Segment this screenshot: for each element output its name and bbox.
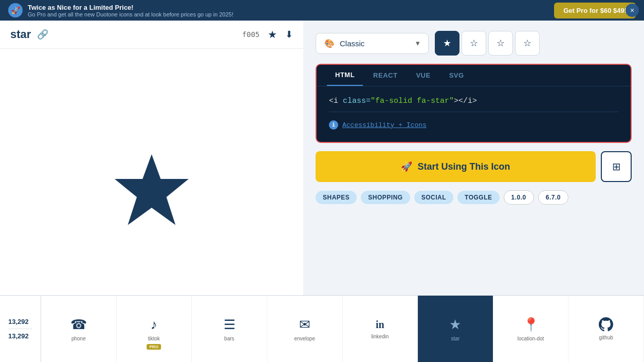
grid-counter: 13,292 13,292: [0, 296, 41, 362]
grid-icon-phone[interactable]: ☎ phone: [41, 296, 117, 362]
counter-divider: [8, 329, 32, 329]
banner-promo-icon: 🚀: [8, 3, 23, 17]
tab-react[interactable]: REACT: [365, 65, 406, 86]
bookmark-star-button[interactable]: ★: [268, 28, 277, 41]
code-attr-class: class=: [343, 97, 371, 105]
code-open-tag: <i: [329, 97, 343, 105]
envelope-icon: ✉: [299, 317, 310, 333]
counter-bottom: 13,292: [8, 332, 32, 340]
linkedin-icon: in: [376, 319, 384, 331]
kit-icon: ⊞: [612, 160, 621, 173]
add-to-kit-button[interactable]: ⊞: [601, 151, 632, 182]
tab-vue[interactable]: VUE: [408, 65, 438, 86]
tab-html[interactable]: HTML: [327, 65, 363, 86]
action-row: 🚀 Start Using This Icon ⊞: [316, 151, 632, 182]
grid-icon-location-dot[interactable]: 📍 location-dot: [493, 296, 569, 362]
grid-icon-star[interactable]: ★ star: [418, 296, 493, 362]
star-label: star: [451, 336, 460, 341]
star-icon-large: [111, 150, 193, 232]
github-label: github: [599, 335, 613, 340]
grid-icon-bars[interactable]: ☰ bars: [192, 296, 267, 362]
icon-display-area: [0, 49, 303, 334]
envelope-label: envelope: [294, 336, 315, 341]
phone-label: phone: [71, 336, 86, 341]
tab-svg[interactable]: SVG: [441, 65, 472, 86]
code-body[interactable]: <i class="fa-solid fa-star"></i> i Acces…: [317, 86, 631, 142]
banner-text-block: Twice as Nice for a Limited Price! Go Pr…: [28, 4, 233, 17]
tag-version-1[interactable]: 1.0.0: [504, 190, 534, 205]
accessibility-link-label: Accessibility + Icons: [342, 121, 427, 129]
style-option-4[interactable]: ☆: [515, 31, 540, 56]
style-option-1[interactable]: ★: [435, 31, 459, 56]
code-divider: [329, 112, 618, 112]
bars-label: bars: [224, 336, 234, 341]
link-icon[interactable]: 🔗: [37, 29, 48, 40]
code-panel: HTML REACT VUE SVG <i class="fa-solid fa…: [316, 64, 632, 143]
location-dot-icon: 📍: [523, 317, 539, 333]
tag-version-2[interactable]: 6.7.0: [538, 190, 568, 205]
grid-icon-tiktok[interactable]: ♪ PRO tiktok: [117, 296, 192, 362]
github-icon: [599, 317, 613, 332]
code-close-tag: ></i>: [454, 97, 477, 105]
linkedin-label: linkedin: [371, 334, 389, 339]
get-pro-button[interactable]: Get Pro for $60 $49!: [554, 3, 636, 19]
banner-left: 🚀 Twice as Nice for a Limited Price! Go …: [8, 3, 233, 17]
icon-name-label: star: [10, 28, 31, 41]
banner-subtitle: Go Pro and get all the new Duotone icons…: [28, 11, 233, 17]
icon-grid-row: ☎ phone ♪ PRO tiktok ☰ bars ✉ envelope i…: [41, 296, 644, 362]
star-icon: ★: [449, 317, 461, 333]
accessibility-link[interactable]: i Accessibility + Icons: [329, 118, 618, 132]
tag-shopping[interactable]: SHOPPING: [361, 191, 410, 204]
grid-icon-github[interactable]: github: [568, 296, 644, 362]
banner-close-button[interactable]: ×: [625, 4, 639, 17]
tiktok-icon: ♪: [151, 317, 157, 333]
download-button[interactable]: ⬇: [285, 29, 293, 40]
style-option-3[interactable]: ☆: [488, 31, 513, 56]
tag-social[interactable]: SOCIAL: [414, 191, 453, 204]
start-btn-label: Start Using This Icon: [417, 161, 510, 172]
grid-icon-linkedin[interactable]: in linkedin: [343, 296, 418, 362]
star-style-options: ★ ☆ ☆ ☆: [435, 31, 540, 56]
style-dropdown-label: Classic: [340, 39, 364, 48]
style-option-2[interactable]: ☆: [462, 31, 486, 56]
bars-icon: ☰: [224, 317, 235, 333]
tag-toggle[interactable]: TOGGLE: [457, 191, 499, 204]
banner-title: Twice as Nice for a Limited Price!: [28, 4, 233, 11]
style-selector-row: 🎨 Classic ▾ ★ ☆ ☆ ☆: [316, 31, 632, 56]
style-dropdown[interactable]: 🎨 Classic ▾: [316, 33, 429, 54]
unicode-badge: f005: [242, 30, 260, 39]
style-dropdown-icon: 🎨: [324, 39, 335, 48]
location-dot-label: location-dot: [518, 336, 544, 341]
grid-icon-envelope[interactable]: ✉ envelope: [267, 296, 343, 362]
counter-top: 13,292: [8, 318, 32, 325]
header-right: f005 ★ ⬇: [242, 28, 293, 41]
start-btn-rocket-icon: 🚀: [401, 161, 412, 172]
icon-header: star 🔗 f005 ★ ⬇: [0, 21, 303, 49]
chevron-down-icon: ▾: [416, 39, 420, 48]
info-icon: i: [329, 120, 338, 130]
bottom-icon-grid: 13,292 13,292 ☎ phone ♪ PRO tiktok ☰ bar…: [0, 295, 644, 362]
tag-shapes[interactable]: SHAPES: [316, 191, 357, 204]
code-tabs: HTML REACT VUE SVG: [317, 65, 631, 86]
pro-badge: PRO: [147, 344, 161, 350]
tiktok-label: tiktok: [148, 336, 160, 341]
promo-banner: 🚀 Twice as Nice for a Limited Price! Go …: [0, 0, 644, 21]
tags-row: SHAPES SHOPPING SOCIAL TOGGLE 1.0.0 6.7.…: [316, 190, 632, 205]
code-attr-value: "fa-solid fa-star": [371, 97, 454, 105]
phone-icon: ☎: [70, 317, 87, 333]
start-using-button[interactable]: 🚀 Start Using This Icon: [316, 151, 596, 182]
svg-marker-0: [115, 154, 189, 225]
